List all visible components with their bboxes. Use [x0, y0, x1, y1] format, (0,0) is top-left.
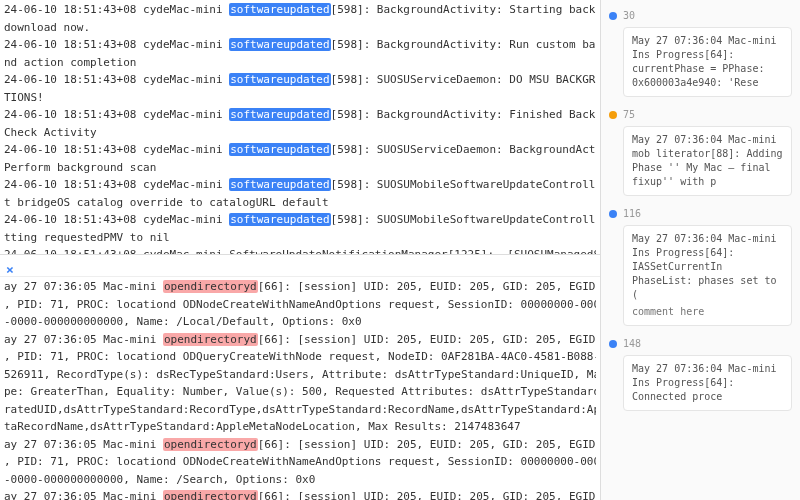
log-line[interactable]: , PID: 71, PROC: locationd ODNodeCreateW…	[4, 454, 596, 471]
highlighted-process: softwareupdated	[229, 178, 330, 191]
log-line[interactable]: , PID: 71, PROC: locationd ODQueryCreate…	[4, 349, 596, 366]
log-line[interactable]: tting requestedPMV to nil	[4, 230, 596, 247]
highlighted-process: softwareupdated	[229, 213, 330, 226]
app-container: 24-06-10 18:51:43+08 cydeMac-mini softwa…	[0, 0, 800, 500]
upper-log-section[interactable]: 24-06-10 18:51:43+08 cydeMac-mini softwa…	[0, 0, 600, 255]
annotation-header: 116	[609, 206, 792, 221]
highlighted-process: softwareupdated	[229, 108, 330, 121]
highlighted-process: softwareupdated	[229, 143, 330, 156]
annotation-text: May 27 07:36:04 Mac-mini Ins Progress[64…	[632, 362, 783, 404]
log-line[interactable]: 24-06-10 18:51:43+08 cydeMac-mini softwa…	[4, 177, 596, 194]
annotations-sidebar[interactable]: 30May 27 07:36:04 Mac-mini Ins Progress[…	[600, 0, 800, 500]
annotation-text: May 27 07:36:04 Mac-mini Ins Progress[64…	[632, 34, 783, 90]
annotation-item[interactable]: 75May 27 07:36:04 Mac-mini mob literator…	[609, 107, 792, 196]
annotation-card[interactable]: May 27 07:36:04 Mac-mini mob literator[8…	[623, 126, 792, 196]
annotation-text: May 27 07:36:04 Mac-mini Ins Progress[64…	[632, 232, 783, 302]
log-line[interactable]: -0000-000000000000, Name: /Local/Default…	[4, 314, 596, 331]
highlighted-process: softwareupdated	[229, 3, 330, 16]
log-line[interactable]: 526911, RecordType(s): dsRecTypeStandard…	[4, 367, 596, 384]
status-dot	[609, 111, 617, 119]
log-line[interactable]: nd action completion	[4, 55, 596, 72]
annotation-card[interactable]: May 27 07:36:04 Mac-mini Ins Progress[64…	[623, 225, 792, 326]
annotation-card[interactable]: May 27 07:36:04 Mac-mini Ins Progress[64…	[623, 27, 792, 97]
log-line[interactable]: 24-06-10 18:51:43+08 cydeMac-mini Softwa…	[4, 247, 596, 255]
log-line[interactable]: 24-06-10 18:51:43+08 cydeMac-mini softwa…	[4, 2, 596, 19]
annotation-header: 148	[609, 336, 792, 351]
line-number: 30	[623, 8, 635, 23]
log-line[interactable]: ay 27 07:36:05 Mac-mini opendirectoryd[6…	[4, 489, 596, 500]
comment-input[interactable]	[632, 306, 783, 317]
log-line[interactable]: ay 27 07:36:05 Mac-mini opendirectoryd[6…	[4, 332, 596, 349]
log-line[interactable]: 24-06-10 18:51:43+08 cydeMac-mini softwa…	[4, 37, 596, 54]
log-line[interactable]: 24-06-10 18:51:43+08 cydeMac-mini softwa…	[4, 72, 596, 89]
log-line[interactable]: -0000-000000000000, Name: /Search, Optio…	[4, 472, 596, 489]
highlighted-process: opendirectoryd	[163, 333, 258, 346]
log-line[interactable]: 24-06-10 18:51:43+08 cydeMac-mini softwa…	[4, 212, 596, 229]
highlighted-process: opendirectoryd	[163, 280, 258, 293]
highlighted-process: opendirectoryd	[163, 490, 258, 500]
split-close-bar: ×	[0, 255, 600, 277]
annotation-text: May 27 07:36:04 Mac-mini mob literator[8…	[632, 133, 783, 189]
log-line[interactable]: taRecordName,dsAttrTypeStandard:AppleMet…	[4, 419, 596, 436]
log-line[interactable]: , PID: 71, PROC: locationd ODNodeCreateW…	[4, 297, 596, 314]
line-number: 116	[623, 206, 641, 221]
status-dot	[609, 12, 617, 20]
line-number: 148	[623, 336, 641, 351]
log-line[interactable]: ay 27 07:36:05 Mac-mini opendirectoryd[6…	[4, 279, 596, 296]
log-line[interactable]: ratedUID,dsAttrTypeStandard:RecordType,d…	[4, 402, 596, 419]
annotation-item[interactable]: 148May 27 07:36:04 Mac-mini Ins Progress…	[609, 336, 792, 411]
log-line[interactable]: 24-06-10 18:51:43+08 cydeMac-mini softwa…	[4, 142, 596, 159]
status-dot	[609, 210, 617, 218]
highlighted-process: opendirectoryd	[163, 438, 258, 451]
lower-log-section[interactable]: ay 27 07:36:05 Mac-mini opendirectoryd[6…	[0, 277, 600, 500]
log-line[interactable]: 24-06-10 18:51:43+08 cydeMac-mini softwa…	[4, 107, 596, 124]
log-line[interactable]: t bridgeOS catalog override to catalogUR…	[4, 195, 596, 212]
log-line[interactable]: ay 27 07:36:05 Mac-mini opendirectoryd[6…	[4, 437, 596, 454]
annotation-item[interactable]: 30May 27 07:36:04 Mac-mini Ins Progress[…	[609, 8, 792, 97]
annotation-header: 30	[609, 8, 792, 23]
main-log-panel: 24-06-10 18:51:43+08 cydeMac-mini softwa…	[0, 0, 600, 500]
log-line[interactable]: Perform background scan	[4, 160, 596, 177]
log-line[interactable]: Check Activity	[4, 125, 596, 142]
line-number: 75	[623, 107, 635, 122]
close-icon[interactable]: ×	[6, 260, 18, 272]
highlighted-process: softwareupdated	[229, 38, 330, 51]
annotation-card[interactable]: May 27 07:36:04 Mac-mini Ins Progress[64…	[623, 355, 792, 411]
status-dot	[609, 340, 617, 348]
highlighted-process: softwareupdated	[229, 73, 330, 86]
annotation-item[interactable]: 116May 27 07:36:04 Mac-mini Ins Progress…	[609, 206, 792, 326]
annotation-header: 75	[609, 107, 792, 122]
log-line[interactable]: download now.	[4, 20, 596, 37]
log-line[interactable]: pe: GreaterThan, Equality: Number, Value…	[4, 384, 596, 401]
log-line[interactable]: TIONS!	[4, 90, 596, 107]
